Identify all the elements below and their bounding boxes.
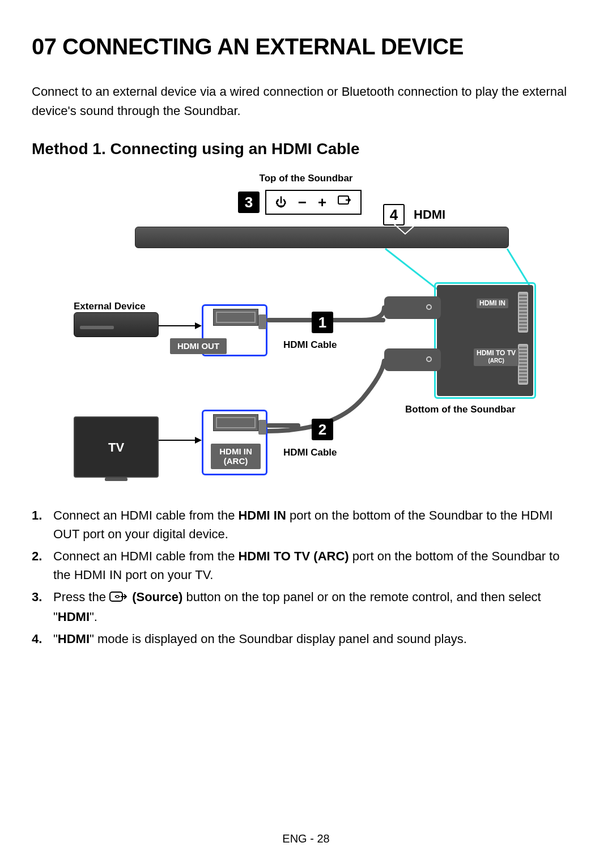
title-text: CONNECTING AN EXTERNAL DEVICE (62, 34, 464, 59)
callout-4-pointer (382, 224, 428, 235)
hdmi-cable-label-1: HDMI Cable (283, 339, 337, 351)
external-device (74, 312, 159, 337)
cable-line-bottom-short (266, 423, 300, 428)
page-title: 07 CONNECTING AN EXTERNAL DEVICE (32, 34, 580, 59)
step-1: Connect an HDMI cable from the HDMI IN p… (32, 506, 580, 543)
external-device-label: External Device (74, 301, 146, 312)
instruction-steps: Connect an HDMI cable from the HDMI IN p… (32, 506, 580, 648)
power-icon: ⏻ (275, 196, 287, 209)
method-heading: Method 1. Connecting using an HDMI Cable (32, 140, 580, 158)
step-badge-3: 3 (238, 192, 260, 213)
manual-page: 07 CONNECTING AN EXTERNAL DEVICE Connect… (0, 0, 612, 868)
s3-e: ". (90, 610, 97, 624)
step-badge-2: 2 (312, 419, 333, 440)
s1-b: HDMI IN (238, 508, 286, 522)
hdmi-out-label: HDMI OUT (170, 338, 227, 354)
s2-a: Connect an HDMI cable from the (53, 549, 238, 563)
cable-curve-top (362, 295, 396, 324)
intro-text: Connect to an external device via a wire… (32, 82, 580, 121)
port-tag-hdmi-to-tv: HDMI TO TV (ARC) (474, 348, 518, 365)
port-hdmi-to-tv (518, 344, 528, 385)
source-icon (338, 195, 351, 210)
port-hdmi-in (518, 292, 528, 333)
bottom-soundbar-label: Bottom of the Soundbar (405, 404, 516, 415)
tv: TV (74, 416, 159, 478)
section-number: 07 (32, 34, 62, 59)
s4-a: " (53, 632, 58, 646)
hdmi-to-tv-text: HDMI TO TV (477, 349, 516, 357)
source-button-icon (109, 589, 128, 607)
s3-d: HDMI (58, 610, 90, 624)
volume-up-icon: + (318, 194, 326, 211)
svg-rect-5 (110, 592, 122, 601)
hdmi-in-text: HDMI IN (219, 446, 252, 456)
top-soundbar-label: Top of the Soundbar (74, 173, 538, 184)
hdmi-mode-label: HDMI (414, 207, 445, 222)
step-badge-4: 4 (383, 204, 405, 225)
soundbar-button-panel: ⏻ − + (265, 190, 362, 215)
s3-b: (Source) (129, 590, 182, 604)
tv-stand (105, 478, 128, 481)
arrow-tv (159, 435, 203, 446)
arrow-extdev (159, 320, 203, 331)
s3-a: Press the (53, 590, 109, 604)
tv-label: TV (75, 440, 158, 455)
s2-b: HDMI TO TV (ARC) (238, 549, 348, 563)
hdmi-in-arc-label: HDMI IN (ARC) (211, 444, 261, 469)
connection-diagram: Top of the Soundbar ⏻ − + 3 4 HDMI (74, 173, 538, 490)
volume-down-icon: − (298, 194, 307, 211)
step-2: Connect an HDMI cable from the HDMI TO T… (32, 547, 580, 584)
svg-line-1 (385, 249, 439, 291)
hdmi-cable-label-2: HDMI Cable (283, 447, 337, 458)
s1-a: Connect an HDMI cable from the (53, 508, 238, 522)
hdmi-in-port-graphic (213, 414, 258, 431)
hdmi-out-port-graphic (213, 309, 258, 326)
page-footer: ENG - 28 (0, 832, 612, 845)
step-4: "HDMI" mode is displayed on the Soundbar… (32, 629, 580, 648)
plug-tip-top (258, 314, 266, 329)
step-badge-1: 1 (312, 312, 333, 333)
plug-tip-bottom (258, 420, 266, 435)
port-tag-hdmi-in: HDMI IN (477, 299, 508, 308)
arc-text-2: (ARC) (224, 456, 248, 466)
hdmi-plug-bottom (384, 348, 441, 371)
s4-b: HDMI (58, 632, 90, 646)
arc-text: (ARC) (488, 358, 504, 364)
s4-c: " mode is displayed on the Soundbar disp… (90, 632, 467, 646)
step-3: Press the (Source) button on the top pan… (32, 588, 580, 626)
